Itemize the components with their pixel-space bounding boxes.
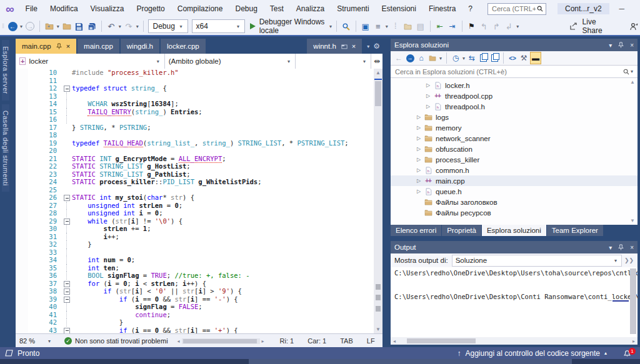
fold-toggle[interactable] [64, 195, 70, 201]
navigate-back-dropdown-icon[interactable]: ▾ [20, 24, 22, 29]
breakpoint-margin[interactable] [16, 209, 28, 217]
doc-tab-wingdi-h[interactable]: wingdi.h [121, 39, 159, 54]
solution-configuration-select[interactable]: Debug▾ [148, 19, 188, 33]
chevron-right-icon[interactable]: ▷ [414, 114, 423, 120]
source-control-dropdown-icon[interactable]: ▴ [604, 350, 607, 356]
window-position-icon[interactable]: ▾ [609, 244, 612, 251]
output-toolbar-overflow-icon[interactable]: ❯❯ [624, 257, 634, 263]
breakpoint-margin[interactable] [16, 100, 28, 108]
sidebar-tab-casella-strumenti[interactable]: Casella degli strumenti [2, 104, 9, 192]
fold-toggle[interactable] [64, 281, 70, 287]
navigate-back-button[interactable]: ← [7, 19, 18, 33]
tree-item-network-scanner[interactable]: ▷network_scanner [391, 133, 638, 144]
breakpoint-margin[interactable] [16, 256, 28, 264]
save-button[interactable] [74, 19, 85, 33]
new-project-dropdown-icon[interactable]: ▾ [57, 24, 59, 29]
tool-tab-team-explorer[interactable]: Team Explorer [547, 225, 603, 236]
breakpoint-margin[interactable] [16, 186, 28, 194]
chevron-right-icon[interactable]: ▷ [414, 135, 423, 141]
bookmarks-dropdown-icon[interactable]: ▾ [516, 24, 519, 29]
breakpoint-margin[interactable] [16, 272, 28, 280]
quick-search-input[interactable] [491, 4, 537, 13]
background-tasks-icon[interactable] [5, 350, 13, 357]
sidebar-tab-esplora-server[interactable]: Esplora server [2, 40, 9, 101]
pin-icon[interactable] [618, 244, 624, 250]
filter-dropdown-icon[interactable]: ▾ [462, 56, 465, 61]
breakpoint-margin[interactable] [16, 170, 28, 179]
se-forward-icon[interactable]: → [405, 52, 415, 64]
breakpoint-margin[interactable] [16, 178, 28, 186]
menu-item-visualizza[interactable]: Visualizza [84, 0, 131, 17]
breakpoint-margin[interactable] [16, 280, 28, 288]
close-icon[interactable]: × [630, 244, 634, 251]
save-all-button[interactable] [86, 19, 98, 33]
scrollbar-thumb[interactable] [183, 339, 257, 343]
breakpoints-dropdown-icon[interactable]: ▾ [386, 24, 388, 29]
chevron-right-icon[interactable]: ▷ [414, 178, 423, 184]
navbar-members-select[interactable]: ▾ [296, 54, 371, 69]
menu-item-help[interactable]: ? [462, 0, 479, 17]
tool-tab-esplora-soluzioni[interactable]: Esplora soluzioni [482, 225, 546, 236]
tree-item-main-cpp[interactable]: ▷++main.cpp [391, 175, 638, 186]
tree-item-memory[interactable]: ▷memory [391, 122, 638, 133]
breakpoint-margin[interactable] [16, 327, 28, 334]
scroll-left-icon[interactable]: ◂ [391, 338, 398, 344]
breakpoint-margin[interactable] [16, 194, 28, 202]
attach-to-process-icon[interactable] [341, 19, 352, 33]
start-debugging-icon[interactable] [250, 23, 256, 29]
split-editor-button[interactable]: ⇹ [371, 54, 382, 69]
breakpoint-margin[interactable] [16, 217, 28, 225]
scroll-up-icon[interactable]: ▲ [374, 70, 382, 76]
chevron-right-icon[interactable]: ▷ [414, 146, 423, 152]
breakpoint-margin[interactable] [16, 264, 28, 272]
start-debugging-dropdown-icon[interactable]: ▾ [329, 24, 332, 29]
chevron-right-icon[interactable]: ▷ [414, 157, 423, 162]
menu-item-modifica[interactable]: Modifica [44, 0, 84, 17]
chevron-right-icon[interactable]: ▷ [424, 82, 432, 88]
breakpoint-margin[interactable] [16, 124, 28, 132]
breakpoint-margin[interactable] [16, 147, 28, 155]
maximize-button[interactable]: □ [634, 4, 640, 13]
paste-icon[interactable]: ▤ [415, 19, 426, 33]
fold-toggle[interactable] [64, 328, 70, 334]
close-icon[interactable]: × [66, 42, 70, 50]
breakpoint-margin[interactable] [16, 116, 28, 124]
zoom-select[interactable]: 82 %▾ [16, 337, 56, 345]
bookmark-icon[interactable]: ⚑ [466, 19, 477, 33]
menu-item-estensioni[interactable]: Estensioni [376, 0, 422, 17]
chevron-right-icon[interactable]: ▷ [414, 125, 423, 130]
immediate-window-icon[interactable]: ▣ [360, 19, 371, 33]
solution-explorer-title-bar[interactable]: Esplora soluzioni ▾ × [391, 39, 638, 51]
breakpoint-margin[interactable] [16, 92, 28, 101]
scroll-right-icon[interactable]: ▸ [630, 338, 638, 344]
new-project-button[interactable]: + [44, 19, 55, 33]
tree-item-obfuscation[interactable]: ▷obfuscation [391, 144, 638, 154]
tree-item-locker-h[interactable]: ▷hlocker.h [391, 80, 638, 91]
breakpoint-margin[interactable] [16, 131, 28, 139]
breakpoint-margin[interactable] [16, 287, 28, 295]
menu-item-finestra[interactable]: Finestra [422, 0, 462, 17]
add-to-source-control-button[interactable]: Aggiungi al controllo del codice sorgent… [466, 349, 600, 358]
menu-item-strumenti[interactable]: Strumenti [331, 0, 375, 17]
menu-item-progetto[interactable]: Progetto [130, 0, 171, 17]
preview-keep-icon[interactable] [341, 44, 348, 49]
breakpoint-margin[interactable] [16, 108, 28, 116]
pin-icon[interactable] [618, 42, 624, 48]
breakpoint-margin[interactable] [16, 77, 28, 85]
tree-item-process-killer[interactable]: ▷process_killer [391, 154, 638, 165]
breakpoint-margin[interactable] [16, 240, 28, 248]
snippets-icon[interactable]: ⦙ [390, 19, 401, 33]
output-log[interactable]: C:\Users\redho\OneDrive\Desktop\Users\to… [391, 267, 638, 337]
pending-changes-filter-icon[interactable]: ◷ [451, 52, 461, 64]
redo-dropdown-icon[interactable]: ▾ [136, 24, 139, 29]
view-code-icon[interactable]: <> [508, 52, 518, 64]
tool-tab-elenco-errori[interactable]: Elenco errori [391, 225, 441, 236]
doc-tab-locker-cpp[interactable]: locker.cpp [161, 39, 206, 54]
pin-icon[interactable] [56, 43, 62, 49]
output-horizontal-scrollbar[interactable]: ◂ ▸ [391, 337, 638, 345]
window-position-icon[interactable]: ▾ [609, 42, 612, 49]
breakpoint-margin[interactable] [16, 311, 28, 319]
breakpoint-margin[interactable] [16, 69, 28, 77]
fold-toggle[interactable] [64, 86, 70, 92]
breakpoint-margin[interactable] [16, 155, 28, 163]
